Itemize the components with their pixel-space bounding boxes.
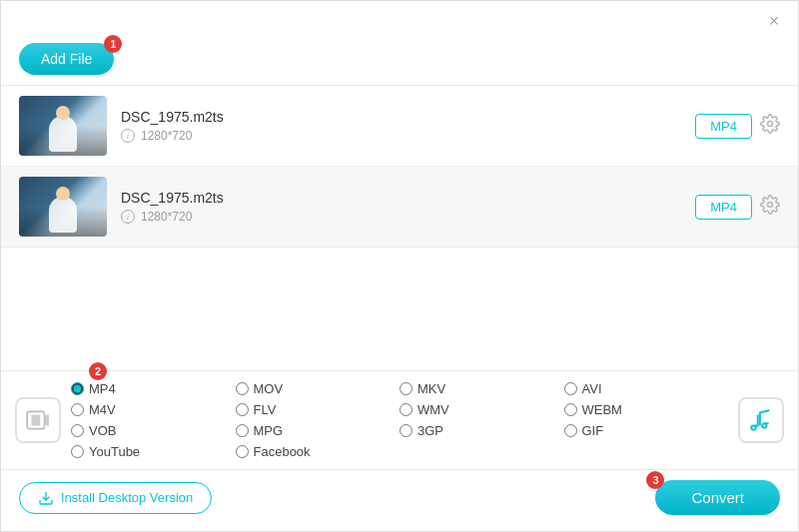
file-thumbnail (19, 177, 107, 237)
svg-marker-4 (45, 414, 49, 427)
file-name: DSC_1975.m2ts (121, 109, 681, 125)
file-actions: MP4 (695, 114, 780, 139)
add-file-button[interactable]: Add File 1 (19, 43, 114, 75)
file-actions: MP4 (695, 195, 780, 220)
svg-point-0 (768, 121, 773, 126)
file-name: DSC_1975.m2ts (121, 190, 681, 206)
video-icon (25, 407, 51, 433)
format-option-mkv[interactable]: MKV (400, 381, 564, 396)
svg-point-1 (768, 202, 773, 207)
file-info: DSC_1975.m2ts i 1280*720 (121, 190, 681, 224)
file-list: DSC_1975.m2ts i 1280*720 MP4 (1, 85, 798, 248)
install-desktop-button[interactable]: Install Desktop Version (19, 482, 212, 514)
format-option-webm[interactable]: WEBM (564, 402, 729, 417)
file-resolution: 1280*720 (141, 210, 192, 224)
format-option-avi[interactable]: AVI (564, 381, 729, 396)
format-option-facebook[interactable]: Facebook (236, 444, 400, 459)
badge-2: 2 (89, 362, 107, 380)
convert-button-wrapper: 3 Convert (655, 480, 780, 515)
file-thumbnail (19, 96, 107, 156)
format-option-3gp[interactable]: 3GP (400, 423, 564, 438)
title-bar: × (1, 1, 798, 37)
file-info: DSC_1975.m2ts i 1280*720 (121, 109, 681, 143)
format-option-mp4[interactable]: MP4 (71, 381, 236, 396)
download-icon (38, 490, 54, 506)
info-icon: i (121, 129, 135, 143)
audio-format-icon-button[interactable] (738, 397, 784, 443)
table-row: DSC_1975.m2ts i 1280*720 MP4 (1, 86, 798, 167)
format-option-m4v[interactable]: M4V (71, 402, 236, 417)
svg-rect-3 (32, 415, 41, 426)
badge-1: 1 (104, 35, 122, 53)
toolbar: Add File 1 (1, 37, 798, 85)
close-button[interactable]: × (764, 11, 784, 31)
format-option-youtube[interactable]: YouTube (71, 444, 236, 459)
format-grid: MP4 MOV MKV AVI M4V FLV WMV WEBM (71, 381, 728, 459)
empty-area (1, 248, 798, 370)
bottom-bar: Install Desktop Version 3 Convert (1, 469, 798, 525)
table-row: DSC_1975.m2ts i 1280*720 MP4 (1, 167, 798, 247)
music-icon (748, 407, 774, 433)
format-button[interactable]: MP4 (695, 195, 752, 220)
format-option-vob[interactable]: VOB (71, 423, 236, 438)
file-meta: i 1280*720 (121, 210, 681, 224)
file-resolution: 1280*720 (141, 129, 192, 143)
video-format-icon-button[interactable] (15, 397, 61, 443)
format-option-gif[interactable]: GIF (564, 423, 729, 438)
format-option-mov[interactable]: MOV (236, 381, 400, 396)
file-meta: i 1280*720 (121, 129, 681, 143)
format-option-flv[interactable]: FLV (236, 402, 400, 417)
format-option-mpg[interactable]: MPG (236, 423, 400, 438)
settings-button[interactable] (760, 195, 780, 220)
convert-button[interactable]: Convert (655, 480, 780, 515)
info-icon: i (121, 210, 135, 224)
format-button[interactable]: MP4 (695, 114, 752, 139)
format-option-wmv[interactable]: WMV (400, 402, 564, 417)
settings-button[interactable] (760, 114, 780, 139)
format-area: 2 MP4 MOV MKV AVI M4V (1, 370, 798, 469)
